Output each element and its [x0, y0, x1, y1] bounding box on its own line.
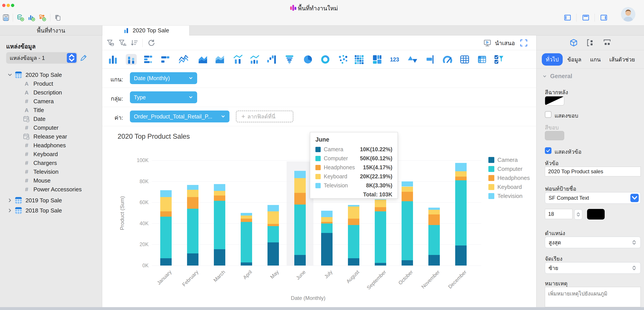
present-button[interactable]: นำเสนอ [484, 39, 515, 48]
bar-segment-july-computer[interactable] [321, 223, 332, 233]
object-3d-icon[interactable] [570, 39, 578, 47]
title-input[interactable] [545, 167, 641, 176]
bar-segment-december-television[interactable] [455, 163, 467, 171]
bar-segment-october-keyboard[interactable] [402, 187, 413, 192]
bar-segment-june-computer[interactable] [294, 205, 306, 255]
chart-type-area[interactable] [198, 54, 208, 65]
bar-segment-may-computer[interactable] [268, 226, 279, 242]
bar-segment-november-headphones[interactable] [428, 214, 440, 225]
chart-type-triangles[interactable] [407, 54, 418, 65]
chart-type-bar-grouped[interactable] [160, 54, 171, 65]
bar-segment-march-television[interactable] [214, 184, 225, 191]
bar-segment-july-headphones[interactable] [321, 222, 332, 223]
tree-item-keyboard[interactable]: #Keyboard [0, 150, 102, 159]
bar-segment-november-television[interactable] [428, 208, 440, 210]
bar-segment-june-camera[interactable] [294, 255, 306, 265]
bar-segment-august-camera[interactable] [348, 258, 359, 265]
bar-segment-december-headphones[interactable] [455, 177, 467, 180]
bar-segment-august-television[interactable] [348, 205, 359, 207]
datasource-select[interactable]: แหล่งข้อมูล - 1 [6, 52, 77, 64]
legend-item-television[interactable]: Television [488, 193, 522, 200]
add-datasource-button[interactable] [17, 14, 24, 21]
background-color-swatch[interactable] [545, 96, 564, 105]
bar-segment-february-camera[interactable] [187, 253, 198, 265]
bar-segment-september-keyboard[interactable] [375, 200, 386, 207]
tree-item-power-accessories[interactable]: #Power Accessories [0, 185, 102, 194]
align-select[interactable]: ซ้าย [545, 262, 641, 274]
bar-segment-february-television[interactable] [187, 185, 198, 190]
tree-item-mouse[interactable]: #Mouse [0, 176, 102, 185]
tab-guides[interactable]: เส้นตัวช่วย [605, 53, 639, 66]
bar-segment-november-computer[interactable] [428, 225, 440, 255]
avatar[interactable] [621, 7, 636, 22]
chevron-down-icon[interactable] [6, 71, 14, 79]
bar-segment-june-headphones[interactable] [294, 193, 306, 205]
font-select[interactable]: SF Compact Text [545, 192, 641, 204]
tree-item-title[interactable]: ATitle [0, 106, 102, 114]
filter-chart-icon[interactable] [118, 39, 126, 47]
tree-item-release-year[interactable]: Release year [0, 132, 102, 141]
legend-item-keyboard[interactable]: Keyboard [488, 184, 522, 191]
tab-axis[interactable]: แกน [586, 53, 605, 66]
bar-segment-february-computer[interactable] [187, 209, 198, 253]
toggle-top-panel-button[interactable] [582, 14, 590, 21]
legend-item-headphones[interactable]: Headphones [488, 175, 530, 182]
bar-segment-september-television[interactable] [375, 199, 386, 200]
bar-segment-october-computer[interactable] [402, 201, 413, 260]
bar-segment-april-keyboard[interactable] [241, 216, 252, 219]
distribute-horizontal-icon[interactable] [586, 39, 594, 47]
minimize-window-button[interactable] [6, 4, 10, 7]
chart-type-scatter[interactable] [338, 54, 348, 65]
bar-segment-july-camera[interactable] [321, 233, 332, 265]
bar-segment-august-headphones[interactable] [348, 219, 359, 225]
bar-segment-june-television[interactable] [294, 171, 306, 178]
bar-segment-september-headphones[interactable] [375, 207, 386, 211]
tree-item-2019-top-sale[interactable]: 2019 Top Sale [0, 196, 102, 205]
general-section-header[interactable]: General [542, 73, 572, 80]
bar-segment-may-headphones[interactable] [268, 224, 279, 226]
tree-item-product[interactable]: AProduct [0, 79, 102, 88]
bar-segment-march-headphones[interactable] [214, 196, 225, 201]
tree-item-camera[interactable]: #Camera [0, 97, 102, 106]
save-button[interactable] [2, 14, 10, 21]
chart-type-bar-stacked[interactable] [143, 54, 154, 65]
chart-type-candlestick[interactable] [425, 54, 436, 65]
chart-type-line-column-2[interactable] [249, 54, 260, 65]
fullscreen-icon[interactable] [520, 39, 528, 47]
bar-segment-november-camera[interactable] [428, 255, 440, 265]
chevron-right-icon[interactable] [6, 207, 14, 214]
chart-type-column-grouped[interactable] [108, 54, 118, 65]
tab-workspace[interactable]: พื้นที่ทำงาน [0, 26, 102, 35]
bar-segment-march-computer[interactable] [214, 201, 225, 249]
bar-segment-january-headphones[interactable] [160, 211, 172, 217]
bar-segment-january-television[interactable] [160, 190, 172, 197]
bar-segment-june-keyboard[interactable] [294, 178, 306, 193]
tree-item-2018-top-sale[interactable]: 2018 Top Sale [0, 206, 102, 215]
chart-type-pivot-table[interactable] [476, 54, 488, 65]
bar-segment-december-computer[interactable] [455, 180, 467, 245]
bar-segment-february-keyboard[interactable] [187, 190, 198, 197]
add-chart-button[interactable] [28, 14, 35, 21]
bar-segment-december-keyboard[interactable] [455, 171, 467, 177]
bar-segment-august-keyboard[interactable] [348, 207, 359, 219]
chevron-right-icon[interactable] [6, 197, 14, 204]
chart-type-line[interactable] [178, 54, 189, 65]
refresh-icon[interactable] [147, 39, 155, 47]
legend-item-computer[interactable]: Computer [488, 166, 522, 172]
bar-segment-september-camera[interactable] [375, 263, 386, 265]
bar-segment-january-computer[interactable] [160, 217, 172, 258]
field-dropzone[interactable]: + ลากฟิลด์ที่นี่ [236, 110, 294, 122]
tab-2020-top-sale[interactable]: 2020 Top Sale [102, 26, 190, 36]
font-size-stepper[interactable] [574, 209, 582, 220]
duplicate-button[interactable] [54, 14, 62, 21]
position-select[interactable]: สูงสุด [545, 237, 641, 248]
bar-segment-august-computer[interactable] [348, 225, 359, 258]
tree-item-date[interactable]: Date [0, 114, 102, 123]
chart-type-heatmap[interactable] [354, 54, 364, 65]
bar-segment-april-camera[interactable] [241, 262, 252, 265]
bar-segment-may-camera[interactable] [268, 242, 279, 265]
tab-general[interactable]: ทั่วไป [542, 53, 563, 66]
bar-segment-february-headphones[interactable] [187, 197, 198, 209]
bar-segment-march-keyboard[interactable] [214, 191, 225, 196]
chart-type-donut[interactable] [320, 54, 331, 65]
